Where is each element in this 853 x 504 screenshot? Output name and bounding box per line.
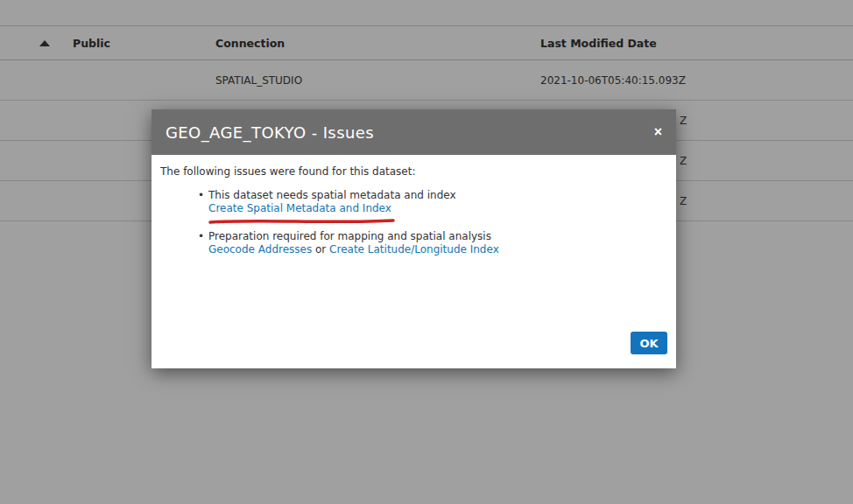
dialog-body: The following issues were found for this… — [152, 155, 676, 368]
bullet-icon: • — [198, 230, 208, 256]
conjunction-text: or — [312, 243, 329, 256]
issue-item: • This dataset needs spatial metadata an… — [160, 189, 667, 222]
geocode-addresses-link[interactable]: Geocode Addresses — [208, 243, 312, 256]
create-lat-long-index-link[interactable]: Create Latitude/Longitude Index — [329, 243, 499, 256]
ok-button[interactable]: OK — [631, 332, 667, 354]
red-underline-annotation — [208, 215, 456, 222]
issue-item: • Preparation required for mapping and s… — [160, 230, 667, 256]
issues-dialog: GEO_AGE_TOKYO - Issues × The following i… — [152, 109, 676, 368]
bullet-icon: • — [198, 189, 208, 222]
dialog-intro-text: The following issues were found for this… — [160, 165, 667, 178]
issue-text: This dataset needs spatial metadata and … — [208, 189, 456, 202]
issue-text: Preparation required for mapping and spa… — [208, 230, 499, 243]
create-spatial-metadata-link[interactable]: Create Spatial Metadata and Index — [208, 202, 391, 214]
close-icon[interactable]: × — [652, 125, 664, 139]
dialog-title: GEO_AGE_TOKYO - Issues — [166, 123, 652, 142]
dialog-titlebar: GEO_AGE_TOKYO - Issues × — [152, 109, 676, 155]
